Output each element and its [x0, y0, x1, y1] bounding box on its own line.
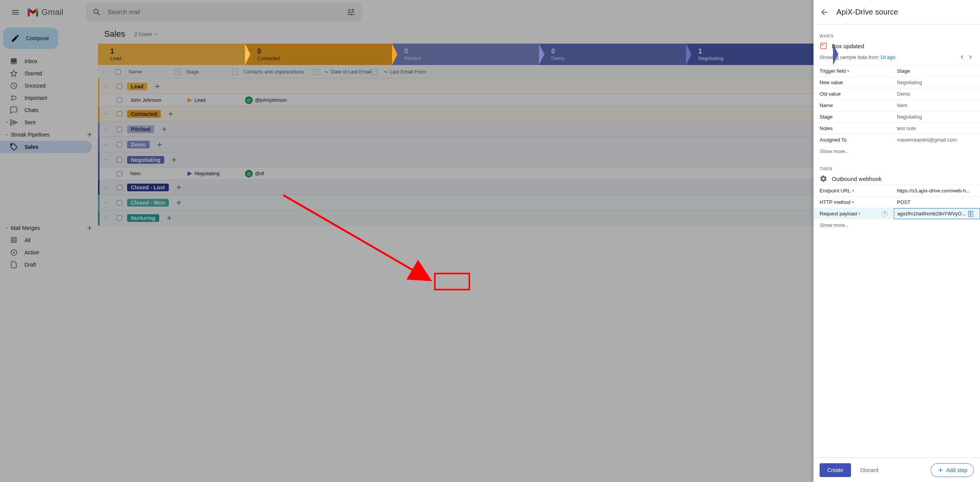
field-row[interactable]: Old value Demo [813, 88, 980, 99]
show-more-when[interactable]: Show more... [813, 145, 980, 157]
side-panel: ApiX-Drive source WHEN Box updated Showi… [813, 0, 980, 482]
field-row[interactable]: Stage Negotiating [813, 111, 980, 122]
field-row[interactable]: Trigger field • Stage [813, 65, 980, 77]
field-row[interactable]: Endpoint URL • https://s3.apix-drive.com… [813, 185, 980, 196]
field-row[interactable]: Assigned To maverickandrii@gmail.com [813, 134, 980, 145]
field-row[interactable]: Request payload •? agxzfm1haWxmb29nYWVyO… [813, 208, 980, 219]
prev-sample-icon[interactable] [959, 54, 965, 60]
show-more-then[interactable]: Show more... [813, 219, 980, 231]
svg-rect-6 [822, 44, 823, 46]
back-icon[interactable] [820, 8, 829, 17]
discard-button[interactable]: Discard [860, 467, 878, 473]
trigger-row[interactable]: Box updated [813, 40, 980, 52]
svg-rect-5 [821, 43, 826, 49]
action-row[interactable]: Outbound webhook [813, 173, 980, 185]
field-row[interactable]: HTTP method • POST [813, 196, 980, 208]
sample-info: Showing sample data from1d ago [813, 52, 980, 65]
then-label: THEN [813, 163, 980, 173]
create-button[interactable]: Create [820, 463, 851, 477]
sample-time-link[interactable]: 1d ago [880, 54, 895, 60]
add-step-button[interactable]: Add step [931, 463, 974, 477]
field-row[interactable]: Name Nem [813, 99, 980, 111]
panel-footer: Create Discard Add step [813, 458, 980, 482]
field-row[interactable]: Notes test note [813, 122, 980, 134]
panel-header: ApiX-Drive source [813, 0, 980, 24]
next-sample-icon[interactable] [967, 54, 974, 60]
panel-title: ApiX-Drive source [836, 8, 898, 16]
field-row[interactable]: New value Negotiating [813, 77, 980, 88]
when-label: WHEN [813, 31, 980, 40]
